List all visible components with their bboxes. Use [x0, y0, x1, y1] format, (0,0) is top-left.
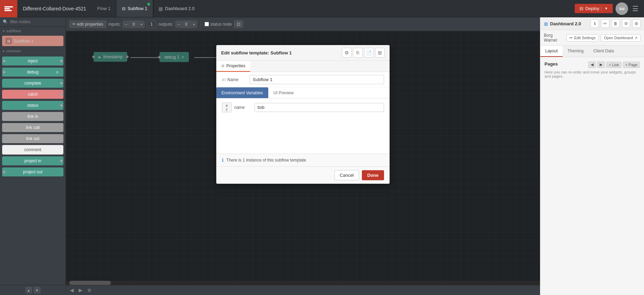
modal-tab-env[interactable]: Environment Variables	[216, 87, 268, 98]
node-catch[interactable]: catch	[2, 89, 63, 99]
tab-subflow1[interactable]: ⊟ Subflow 1	[116, 0, 153, 17]
inputs-counter: − 0 +	[123, 20, 145, 28]
dashboard-tab-label: Dashboard 2.0	[165, 6, 194, 11]
deploy-button[interactable]: ⊟ Deploy ▼	[575, 4, 613, 13]
section-header-subflows[interactable]: ▾ subflows	[0, 27, 66, 35]
outputs-plus-button[interactable]: +	[191, 21, 197, 27]
right-info-icon[interactable]: ℹ	[591, 19, 599, 28]
outputs-label: outputs:	[158, 22, 173, 27]
outputs-counter: − 0 +	[175, 20, 197, 28]
env-type-icon[interactable]: az	[222, 103, 232, 112]
section-label-common: common	[6, 49, 21, 53]
modal-gear-icon[interactable]: ⚙	[342, 48, 351, 58]
modal-grid-icon[interactable]: ⊞	[375, 48, 385, 58]
status-node-checkbox[interactable]	[204, 22, 209, 26]
node-debug[interactable]: debug ≡	[2, 67, 63, 77]
node-project-out[interactable]: project out	[2, 167, 63, 177]
node-complete[interactable]: complete	[2, 78, 63, 88]
canvas-scrollbar-thumb[interactable]	[69, 281, 111, 285]
status-node-checkbox-label[interactable]: status node	[204, 22, 232, 27]
modal-footer: ℹ There is 1 instance of this subflow te…	[216, 154, 390, 166]
node-comment[interactable]: comment	[2, 145, 63, 155]
dashboard-tab[interactable]: ▦ Dashboard 2.0	[153, 0, 199, 17]
node-link-call-label: link call	[2, 123, 63, 132]
node-comment-label: comment	[2, 145, 63, 155]
node-complete-label: complete	[2, 79, 63, 88]
right-panel: ▦ Dashboard 2.0 ℹ ✏ 🗑 ⚙ ⊞ Borg Warner ✏ …	[540, 17, 644, 295]
node-link-in[interactable]: link in	[2, 111, 63, 122]
deploy-label: Deploy	[585, 6, 599, 11]
node-link-in-label: link in	[2, 112, 63, 121]
open-dashboard-button[interactable]: Open Dashboard ↗	[601, 34, 641, 42]
deploy-caret[interactable]: ▼	[601, 7, 608, 10]
chevron-down-icon-2: ▾	[3, 49, 5, 53]
done-button[interactable]: Done	[362, 170, 384, 180]
outputs-minus-button[interactable]: −	[176, 21, 181, 27]
zoom-to-fit-button[interactable]: ⊕	[86, 287, 93, 294]
app-title: Different-Collared-Dove-4521	[17, 6, 92, 11]
tab-active-dot	[147, 3, 150, 6]
page-action-right[interactable]: ▶	[597, 61, 605, 68]
right-expand-icon[interactable]: ⊞	[632, 19, 641, 28]
page-action-page[interactable]: + Page	[623, 62, 640, 68]
filter-nodes-input[interactable]	[10, 19, 63, 24]
edit-properties-button[interactable]: ✏ edit properties	[69, 20, 106, 28]
right-tab-layout[interactable]: Layout	[540, 46, 563, 57]
right-edit-icon[interactable]: ✏	[601, 19, 609, 28]
node-inject[interactable]: inject	[2, 56, 63, 66]
modal-body-spacer	[216, 119, 390, 154]
hamburger-menu[interactable]: ☰	[631, 3, 640, 14]
toolbar-action-button[interactable]: ⊡	[234, 20, 243, 28]
scroll-down-button[interactable]: ▼	[34, 287, 41, 294]
tab-flow1-label: Flow 1	[97, 6, 111, 11]
modal-tabs: ⚙ Properties	[216, 61, 390, 72]
canvas-toolbar: ✏ edit properties inputs: − 0 + 1 output…	[66, 17, 540, 31]
inputs-label: inputs:	[108, 22, 121, 27]
page-action-left[interactable]: ◀	[588, 61, 596, 68]
section-header-common[interactable]: ▾ common	[0, 47, 66, 55]
cancel-button[interactable]: Cancel	[334, 170, 359, 180]
deploy-icon: ⊟	[580, 6, 583, 11]
scroll-up-button[interactable]: ▲	[25, 287, 32, 294]
right-panel-tabs: Layout Theming Client Data	[540, 46, 644, 57]
inputs-plus-button[interactable]: +	[139, 21, 144, 27]
modal-tab-properties[interactable]: ⚙ Properties	[216, 61, 250, 72]
modal-doc-icon[interactable]: 📄	[364, 48, 374, 58]
topbar-right: ⊟ Deploy ▼ su ☰	[571, 2, 644, 15]
right-tab-client-data[interactable]: Client Data	[589, 46, 619, 57]
tab-flow1[interactable]: Flow 1	[92, 0, 116, 17]
subflow-tab-icon: ⊟	[122, 6, 125, 11]
sidebar-scroll: ▾ subflows ⊟ Subflow 1 ▾ common inject d…	[0, 27, 66, 285]
node-link-call[interactable]: link call	[2, 122, 63, 133]
modal-tab-ui[interactable]: UI Preview	[268, 87, 299, 98]
scroll-left-button[interactable]: ◀	[69, 287, 75, 294]
node-subflow1[interactable]: ⊟ Subflow 1	[2, 36, 63, 46]
node-link-out[interactable]: link out	[2, 133, 63, 144]
inputs-value: 0	[129, 21, 139, 28]
right-tab-theming[interactable]: Theming	[563, 46, 589, 57]
info-icon: ℹ	[222, 157, 224, 163]
pages-actions: ◀ ▶ + Link + Page	[588, 61, 640, 68]
canvas-horizontal-scrollbar[interactable]	[66, 281, 540, 285]
modal-title: Edit subflow template: Subflow 1	[221, 50, 292, 55]
user-avatar[interactable]: su	[616, 2, 628, 15]
env-var-input[interactable]	[254, 103, 384, 112]
tab-subflow1-label: Subflow 1	[128, 6, 147, 11]
inputs-minus-button[interactable]: −	[123, 21, 129, 27]
modal-name-input[interactable]	[250, 75, 384, 84]
page-action-link[interactable]: + Link	[606, 62, 621, 68]
node-link-out-label: link out	[2, 134, 63, 143]
right-settings-icon[interactable]: ⚙	[622, 19, 630, 28]
name-label-text: Name	[227, 77, 238, 82]
scroll-right-button[interactable]: ▶	[77, 287, 84, 294]
svg-rect-2	[5, 10, 12, 11]
right-delete-icon[interactable]: 🗑	[611, 19, 620, 28]
node-status[interactable]: status	[2, 100, 63, 111]
node-project-in[interactable]: project in	[2, 156, 63, 166]
modal-copy-icon[interactable]: ⎘	[353, 48, 363, 58]
dashboard-right-icon: ▦	[544, 21, 548, 26]
pages-section: Pages ◀ ▶ + Link + Page Here you can re-…	[545, 61, 640, 78]
canvas-content[interactable]: ▶ timestamp debug 1 ≡	[66, 31, 540, 281]
edit-settings-button[interactable]: ✏ Edit Settings	[566, 34, 599, 42]
pages-description: Here you can re-order and move your widg…	[545, 70, 640, 78]
